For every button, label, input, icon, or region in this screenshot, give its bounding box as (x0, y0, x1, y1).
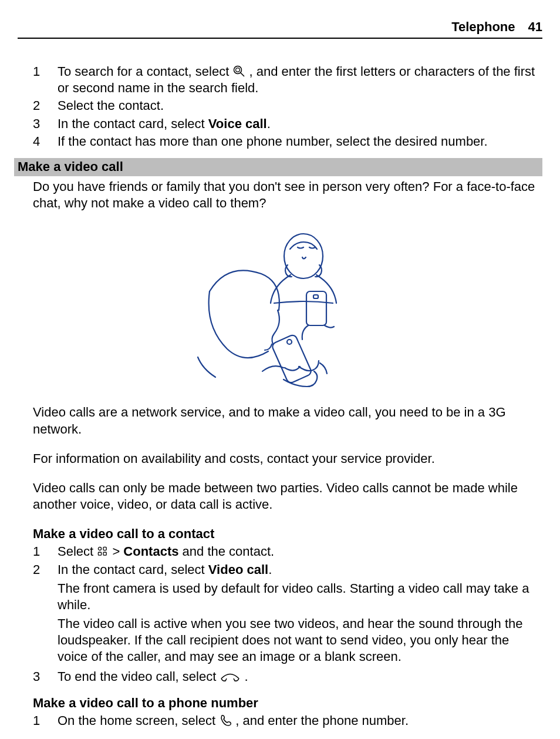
section-bar: Make a video call (14, 158, 542, 176)
list-item: 3 In the contact card, select Voice call… (33, 116, 542, 132)
svg-rect-9 (103, 547, 106, 550)
step-text: In the contact card, select Video call. … (58, 562, 542, 668)
step-number: 4 (33, 133, 58, 150)
step-number: 1 (33, 543, 58, 560)
apps-grid-icon (97, 546, 109, 557)
step-text: In the contact card, select Voice call. (58, 116, 542, 132)
video-call-illustration (174, 221, 386, 391)
steps-search-contact: 1 To search for a contact, select , and … (18, 63, 542, 150)
magnifier-icon (232, 65, 245, 78)
svg-rect-10 (99, 552, 102, 555)
intro-paragraph: Do you have friends or family that you d… (33, 179, 542, 211)
svg-rect-5 (313, 295, 318, 298)
step-number: 3 (33, 116, 58, 132)
body-paragraph: Video calls are a network service, and t… (33, 404, 542, 437)
svg-rect-4 (306, 291, 326, 325)
step-text: To search for a contact, select , and en… (58, 63, 542, 96)
step-number: 2 (33, 562, 58, 668)
page-header: Telephone 41 (18, 19, 542, 39)
svg-point-8 (99, 547, 102, 550)
step-text: Select the contact. (58, 98, 542, 114)
end-call-icon (220, 671, 241, 683)
step-text: To end the video call, select . (58, 669, 542, 685)
list-item: 1 On the home screen, select , and enter… (33, 713, 542, 729)
steps-video-contact: 1 Select > Contacts and the contact. 2 I… (18, 543, 542, 685)
body-paragraph: Video calls can only be made between two… (33, 480, 542, 513)
svg-point-1 (236, 68, 240, 72)
step-number: 2 (33, 98, 58, 114)
steps-video-number: 1 On the home screen, select , and enter… (18, 713, 542, 729)
step-number: 1 (33, 713, 58, 729)
list-item: 1 To search for a contact, select , and … (33, 63, 542, 96)
list-item: 1 Select > Contacts and the contact. (33, 543, 542, 560)
step-number: 1 (33, 63, 58, 96)
step-text: Select > Contacts and the contact. (58, 543, 542, 560)
phone-icon (219, 714, 232, 727)
subheading: Make a video call to a phone number (33, 695, 542, 711)
subheading: Make a video call to a contact (33, 526, 542, 542)
svg-point-3 (284, 234, 323, 278)
body-paragraph: For information on availability and cost… (33, 451, 542, 467)
svg-point-0 (234, 66, 242, 74)
list-item: 3 To end the video call, select . (33, 669, 542, 685)
step-number: 3 (33, 669, 58, 685)
list-item: 4 If the contact has more than one phone… (33, 133, 542, 150)
manual-page: Telephone 41 1 To search for a contact, … (0, 0, 560, 739)
list-item: 2 Select the contact. (33, 98, 542, 114)
header-page-number: 41 (528, 19, 542, 35)
header-section: Telephone (451, 19, 515, 35)
step-text: If the contact has more than one phone n… (58, 133, 542, 150)
step-text: On the home screen, select , and enter t… (58, 713, 542, 729)
list-item: 2 In the contact card, select Video call… (33, 562, 542, 668)
svg-rect-11 (103, 552, 106, 555)
svg-line-2 (241, 73, 244, 76)
